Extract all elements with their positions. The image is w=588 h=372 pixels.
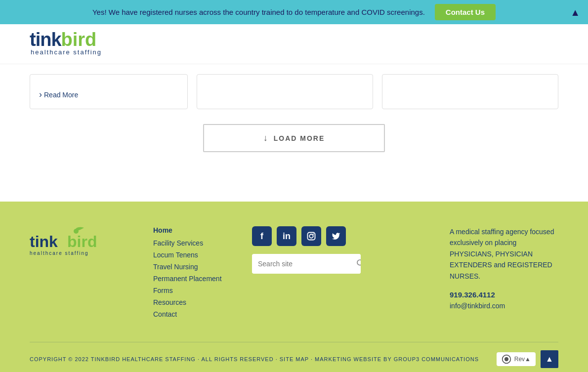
- footer-logo-svg: tink bird healthcare staffing: [30, 226, 116, 258]
- linkedin-icon[interactable]: in: [277, 226, 296, 246]
- logo-wordmark: tinkbird healthcare staffing: [30, 29, 102, 56]
- read-more-link[interactable]: Read More: [39, 89, 178, 100]
- nav-travel-nursing[interactable]: Travel Nursing: [153, 263, 232, 271]
- footer-logo[interactable]: tink bird healthcare staffing: [30, 226, 133, 261]
- arrow-down-icon: ↓: [263, 133, 269, 143]
- footer-bottom: COPYRIGHT © 2022 TINKBIRD HEALTHCARE STA…: [30, 342, 558, 368]
- rev-badge[interactable]: Rev▲: [497, 352, 536, 366]
- footer-search-group: [252, 254, 361, 274]
- header: tinkbird healthcare staffing: [0, 24, 588, 64]
- instagram-icon[interactable]: [301, 226, 321, 246]
- svg-point-7: [357, 260, 361, 265]
- load-more-button[interactable]: ↓ LOAD MORE: [203, 124, 385, 152]
- card-row: Read More: [30, 74, 558, 109]
- logo-tink: tink: [30, 29, 61, 50]
- contact-us-button[interactable]: Contact Us: [435, 4, 496, 20]
- svg-point-10: [504, 358, 508, 361]
- svg-text:bird: bird: [67, 233, 97, 250]
- svg-text:tink: tink: [30, 233, 58, 250]
- card-1: Read More: [30, 74, 188, 109]
- nav-forms[interactable]: Forms: [153, 287, 232, 294]
- search-bar[interactable]: [252, 254, 361, 274]
- nav-permanent-placement[interactable]: Permanent Placement: [153, 275, 232, 283]
- footer-social-search-col: f in: [252, 226, 430, 274]
- load-more-label: LOAD MORE: [274, 134, 325, 142]
- footer-description: A medical staffing agency focused exclus…: [450, 226, 558, 282]
- footer-copyright: COPYRIGHT © 2022 TINKBIRD HEALTHCARE STA…: [30, 356, 479, 362]
- nav-resources[interactable]: Resources: [153, 298, 232, 306]
- load-more-wrapper: ↓ LOAD MORE: [30, 124, 558, 152]
- twitter-icon[interactable]: [326, 226, 346, 246]
- footer-nav-col: Home Facility Services Locum Tenens Trav…: [153, 226, 232, 322]
- logo-bird: bird: [61, 29, 97, 50]
- search-input[interactable]: [252, 255, 350, 273]
- back-to-top-button[interactable]: ▲: [541, 350, 558, 368]
- social-icons-row: f in: [252, 226, 346, 246]
- nav-locum-tenens[interactable]: Locum Tenens: [153, 251, 232, 259]
- footer-logo-col: tink bird healthcare staffing: [30, 226, 133, 261]
- svg-point-5: [309, 234, 313, 238]
- rev-label: Rev▲: [514, 356, 531, 363]
- card-3: [382, 74, 558, 109]
- banner-message: Yes! We have registered nurses across th…: [92, 8, 425, 16]
- top-banner: Yes! We have registered nurses across th…: [0, 0, 588, 24]
- scroll-up-icon[interactable]: ▲: [570, 6, 580, 18]
- footer-phone: 919.326.4112: [450, 290, 558, 299]
- footer-email: info@tinkbird.com: [450, 302, 558, 310]
- svg-text:healthcare staffing: healthcare staffing: [30, 250, 89, 256]
- nav-contact[interactable]: Contact: [153, 310, 232, 318]
- nav-home[interactable]: Home: [153, 226, 232, 234]
- main-content: Read More ↓ LOAD MORE: [0, 64, 588, 202]
- facebook-icon[interactable]: f: [252, 226, 272, 246]
- logo-subtitle: healthcare staffing: [31, 48, 102, 56]
- footer: tink bird healthcare staffing Home Facil…: [0, 202, 588, 372]
- footer-inner: tink bird healthcare staffing Home Facil…: [30, 226, 558, 322]
- search-button[interactable]: [350, 254, 361, 274]
- svg-point-6: [313, 234, 314, 235]
- card-2: [197, 74, 373, 109]
- svg-rect-4: [308, 233, 315, 240]
- nav-facility-services[interactable]: Facility Services: [153, 239, 232, 247]
- logo[interactable]: tinkbird healthcare staffing: [30, 24, 558, 59]
- footer-desc-col: A medical staffing agency focused exclus…: [450, 226, 558, 310]
- footer-bottom-right: Rev▲ ▲: [497, 350, 558, 368]
